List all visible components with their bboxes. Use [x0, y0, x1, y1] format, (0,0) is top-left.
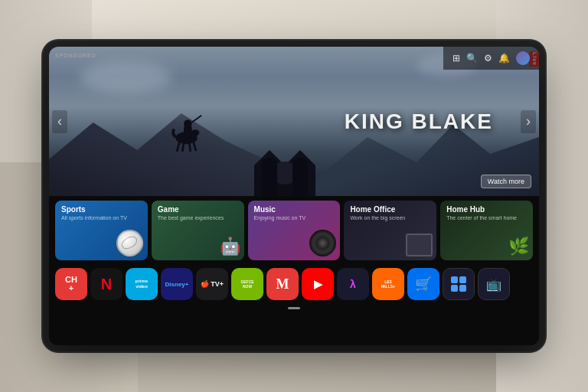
app-ch[interactable]: CH+	[55, 268, 87, 300]
app-apps-grid[interactable]	[443, 268, 475, 300]
category-sports[interactable]: Sports All sports information on TV	[55, 201, 148, 260]
tv-frame: ⊞ 🔍 ⚙ 🔔	[49, 47, 539, 345]
geforce-logo: GEFCENOW	[240, 279, 253, 289]
watch-more-button[interactable]: Watch more	[481, 175, 531, 188]
app-netflix[interactable]: N	[90, 268, 122, 300]
app-shop[interactable]: 🛒	[407, 268, 439, 300]
music-subtitle: Enjoying music on TV	[254, 215, 335, 220]
homeoffice-title: Home Office	[350, 205, 430, 214]
notifications-icon[interactable]: 🔔	[498, 53, 510, 64]
hero-title: KING BLAKE	[345, 109, 493, 134]
app-row: CH+ N primevideo Disney+ 🍎 TV+	[49, 265, 539, 305]
sports-subtitle: All sports information on TV	[61, 215, 142, 220]
app-youtube[interactable]: ▶	[302, 268, 334, 300]
hero-text: KING BLAKE	[345, 109, 493, 134]
app-geforce-now[interactable]: GEFCENOW	[231, 268, 263, 300]
tv-screen: ⊞ 🔍 ⚙ 🔔	[49, 47, 539, 345]
music-vinyl-icon	[309, 230, 336, 256]
tv-unit: ⊞ 🔍 ⚙ 🔔	[49, 47, 539, 345]
game-robot-icon: 🤖	[220, 237, 240, 256]
apps-grid-icon	[451, 276, 466, 292]
category-music[interactable]: Music Enjoying music on TV	[248, 201, 341, 260]
bottom-indicator	[49, 305, 539, 312]
game-subtitle: The best game experiences	[158, 215, 238, 220]
scroll-indicator	[288, 307, 300, 309]
sports-title: Sports	[61, 205, 142, 214]
prime-video-logo: primevideo	[136, 279, 148, 289]
remote-icon: 📺	[486, 277, 501, 292]
app-prime-video[interactable]: primevideo	[126, 268, 158, 300]
sponsored-badge: SPONSORED	[55, 53, 96, 58]
hero-bridge	[239, 150, 331, 196]
hero-cloud1	[80, 62, 172, 93]
svg-line-6	[193, 142, 196, 151]
music-title: Music	[254, 205, 335, 214]
app-masterclass[interactable]: M	[266, 268, 299, 300]
sports-ball-icon	[116, 230, 143, 256]
settings-icon[interactable]: ⚙	[484, 53, 492, 64]
app-tv-remote[interactable]: 📺	[478, 268, 510, 300]
ch-logo: CH+	[65, 276, 77, 292]
category-homeoffice[interactable]: Home Office Work on the big screen	[344, 201, 436, 260]
category-row: Sports All sports information on TV Game…	[49, 196, 539, 265]
tv-stand	[263, 345, 325, 351]
homehub-subtitle: The center of the smart home	[446, 215, 527, 220]
category-homehub[interactable]: Home Hub The center of the smart home 🌿	[440, 201, 533, 260]
app-luna[interactable]: λ	[337, 268, 369, 300]
shop-logo: 🛒	[415, 276, 432, 292]
app-disney-plus[interactable]: Disney+	[161, 268, 193, 300]
search-icon[interactable]: 🔍	[466, 53, 478, 64]
luna-logo: λ	[350, 278, 356, 290]
homeoffice-monitor-icon	[406, 234, 433, 256]
masterclass-logo: M	[276, 276, 289, 292]
top-bar: ⊞ 🔍 ⚙ 🔔	[443, 47, 539, 70]
homeoffice-subtitle: Work on the big screen	[350, 215, 430, 220]
homehub-title: Home Hub	[446, 205, 527, 214]
svg-line-5	[189, 142, 191, 152]
youtube-logo: ▶	[314, 278, 322, 290]
hero-prev-button[interactable]: ‹	[52, 110, 67, 133]
svg-point-10	[184, 119, 192, 128]
netflix-logo: N	[101, 276, 112, 293]
category-game[interactable]: Game The best game experiences 🤖	[152, 201, 244, 260]
hero-knight	[172, 116, 202, 154]
svg-line-4	[182, 142, 184, 152]
game-title: Game	[158, 205, 238, 214]
svg-line-11	[192, 116, 201, 122]
appletv-logo: 🍎 TV+	[201, 280, 224, 288]
disney-logo: Disney+	[165, 281, 189, 288]
hero-next-button[interactable]: ›	[521, 110, 536, 133]
app-lesmills[interactable]: LESMILLS+	[372, 268, 404, 300]
profile-avatar[interactable]	[516, 51, 530, 65]
lesmills-logo: LESMILLS+	[381, 279, 395, 289]
app-apple-tv[interactable]: 🍎 TV+	[196, 268, 228, 300]
homehub-plant-icon: 🌿	[508, 237, 529, 256]
svg-line-3	[177, 142, 180, 152]
input-icon[interactable]: ⊞	[452, 53, 460, 64]
svg-rect-9	[184, 126, 192, 137]
